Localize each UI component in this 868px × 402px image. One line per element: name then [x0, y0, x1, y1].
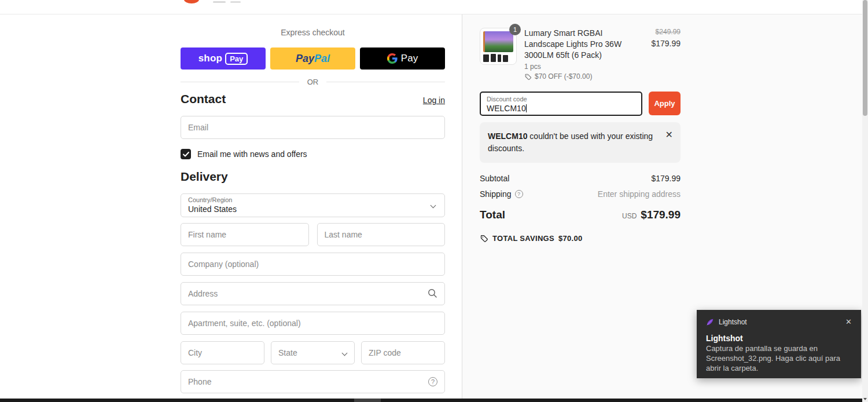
contact-section-header: Contact Log in [181, 92, 445, 106]
scroll-down-arrow-icon[interactable] [863, 398, 867, 400]
tag-icon [524, 73, 532, 81]
savings-value: $70.00 [558, 234, 583, 243]
country-label: Country/Region [188, 196, 437, 204]
express-checkout-title: Express checkout [181, 28, 445, 37]
phone-field-wrap: ? [181, 370, 445, 393]
taskbar-edge [0, 399, 862, 402]
first-name-field[interactable] [181, 223, 309, 246]
info-icon[interactable]: ? [515, 190, 523, 198]
total-value: $179.99 [641, 209, 681, 221]
shipping-value: Enter shipping address [598, 189, 681, 199]
or-divider: OR [181, 78, 445, 86]
shipping-label: Shipping [480, 189, 512, 199]
zip-field[interactable] [361, 341, 445, 364]
shop-pay-badge: Pay [225, 53, 248, 65]
country-select[interactable]: Country/Region United States [181, 193, 445, 217]
scrollbar-thumb[interactable] [863, 0, 867, 116]
site-header [0, 0, 862, 14]
discount-code-value: WELCM10 [487, 104, 526, 113]
feather-icon [706, 318, 714, 326]
name-fields-row [181, 223, 445, 246]
total-savings-row: TOTAL SAVINGS $70.00 [480, 234, 681, 243]
company-field[interactable] [181, 253, 445, 276]
help-icon[interactable]: ? [428, 377, 437, 386]
total-label: Total [480, 209, 505, 221]
discount-code-input[interactable]: Discount code WELCM10 [480, 92, 642, 116]
toast-app-name: Lightshot [719, 318, 841, 326]
checkout-page: Express checkout shop Pay Pay Pal [0, 0, 868, 402]
chevron-down-icon [431, 203, 436, 209]
discount-error-code: WELCM10 [488, 131, 527, 141]
product-image [483, 31, 513, 52]
store-logo-icon[interactable] [184, 0, 199, 3]
scrollbar[interactable] [862, 0, 868, 402]
store-logo-fragment [213, 1, 226, 3]
chevron-down-icon [342, 350, 348, 356]
address-field-wrap [181, 282, 445, 305]
city-field[interactable] [181, 341, 264, 364]
newsletter-label: Email me with news and offers [197, 149, 307, 159]
contact-title: Contact [181, 92, 226, 106]
phone-field[interactable] [181, 370, 445, 393]
savings-label: TOTAL SAVINGS [492, 234, 554, 243]
login-link[interactable]: Log in [423, 96, 445, 105]
product-thumbnail: 1 [480, 28, 517, 65]
original-price: $249.99 [651, 28, 681, 36]
google-pay-button[interactable]: Pay [360, 47, 445, 70]
product-line-item: 1 Lumary Smart RGBAI Landscape Lights Pr… [480, 28, 681, 81]
shop-pay-button[interactable]: shop Pay [181, 47, 266, 70]
or-divider-label: OR [307, 78, 319, 86]
discount-error-banner: WELCM10 couldn't be used with your exist… [480, 122, 681, 163]
newsletter-optin: Email me with news and offers [181, 149, 307, 159]
paypal-button[interactable]: Pay Pal [270, 47, 355, 70]
discount-tag-label: $70 OFF (-$70.00) [535, 72, 592, 81]
state-placeholder: State [278, 348, 297, 357]
checkout-form-column: Express checkout shop Pay Pay Pal [181, 14, 445, 399]
toast-message: Captura de pantalla se guarda en Screens… [706, 343, 852, 373]
email-field[interactable] [181, 116, 445, 139]
express-checkout-buttons: shop Pay Pay Pal Pay [181, 47, 445, 70]
delivery-title: Delivery [181, 170, 228, 184]
last-name-field[interactable] [317, 223, 446, 246]
discount-code-row: Discount code WELCM10 Apply [480, 92, 681, 116]
country-value: United States [188, 204, 237, 214]
search-icon [428, 288, 437, 301]
quantity-badge: 1 [509, 24, 521, 35]
tag-icon [480, 234, 488, 243]
subtotal-label: Subtotal [480, 174, 509, 183]
text-cursor [526, 104, 527, 112]
newsletter-checkbox[interactable] [181, 149, 191, 159]
store-logo-fragment [230, 1, 241, 3]
subtotal-value: $179.99 [651, 174, 681, 183]
subtotal-row: Subtotal $179.99 [480, 174, 681, 183]
delivery-section-header: Delivery [181, 170, 445, 184]
totals-section: Subtotal $179.99 Shipping ? Enter shippi… [480, 174, 681, 243]
close-icon[interactable]: ✕ [845, 317, 852, 326]
apartment-field[interactable] [181, 312, 445, 335]
city-state-zip-row: State [181, 341, 445, 364]
product-title: Lumary Smart RGBAI Landscape Lights Pro … [524, 28, 643, 61]
state-select[interactable]: State [271, 341, 355, 364]
paypal-logo: Pay [296, 53, 314, 65]
taskbar-segment [354, 399, 381, 402]
total-row: Total USD $179.99 [480, 209, 681, 221]
shop-pay-logo: shop [198, 53, 222, 64]
apply-discount-button[interactable]: Apply [649, 92, 681, 115]
lightshot-notification[interactable]: Lightshot ✕ Lightshot Captura de pantall… [697, 310, 861, 378]
product-quantity: 1 pcs [524, 63, 643, 71]
paypal-logo: Pal [314, 53, 330, 65]
close-icon[interactable]: ✕ [665, 129, 673, 141]
address-field[interactable] [181, 282, 445, 305]
current-price: $179.99 [651, 39, 681, 48]
google-g-icon [387, 53, 398, 64]
product-discount-tag: $70 OFF (-$70.00) [524, 72, 643, 81]
currency-code: USD [622, 212, 637, 220]
shipping-row: Shipping ? Enter shipping address [480, 189, 681, 199]
google-pay-label: Pay [401, 53, 418, 64]
discount-code-label: Discount code [487, 95, 635, 103]
toast-title: Lightshot [706, 334, 852, 343]
